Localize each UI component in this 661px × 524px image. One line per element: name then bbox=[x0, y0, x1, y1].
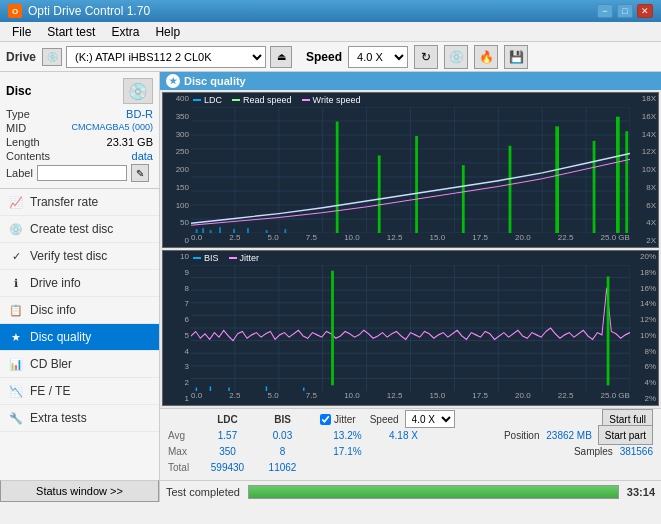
disc-write-button[interactable]: 💿 bbox=[444, 45, 468, 69]
refresh-button[interactable]: ↻ bbox=[414, 45, 438, 69]
nav-cd-bler-label: CD Bler bbox=[30, 357, 72, 371]
max-bis: 8 bbox=[255, 446, 310, 457]
avg-label: Avg bbox=[168, 430, 200, 441]
menu-file[interactable]: File bbox=[4, 23, 39, 41]
avg-speed: 4.18 X bbox=[389, 430, 418, 441]
nav-verify-test-disc-label: Verify test disc bbox=[30, 249, 107, 263]
disc-label-input[interactable] bbox=[37, 165, 127, 181]
disc-info-icon: 📋 bbox=[8, 302, 24, 318]
disc-type-label: Type bbox=[6, 108, 30, 120]
jitter-checkbox-container: Jitter bbox=[320, 414, 356, 425]
extra-tests-icon: 🔧 bbox=[8, 410, 24, 426]
disc-contents-value: data bbox=[132, 150, 153, 162]
progress-time: 33:14 bbox=[627, 486, 655, 498]
speed-select[interactable]: 4.0 X 2.0 X 8.0 X bbox=[348, 46, 408, 68]
total-ldc: 599430 bbox=[200, 462, 255, 473]
chart-title-bar: ★ Disc quality bbox=[160, 72, 661, 90]
upper-chart-svg bbox=[191, 107, 630, 233]
svg-rect-57 bbox=[331, 271, 334, 386]
svg-rect-28 bbox=[336, 122, 339, 233]
position-value: 23862 MB bbox=[546, 430, 592, 441]
lower-y-axis-right: 20% 18% 16% 14% 12% 10% 8% 6% 4% 2% bbox=[630, 251, 658, 405]
disc-label-edit-button[interactable]: ✎ bbox=[131, 164, 149, 182]
main-content: Disc 💿 Type BD-R MID CMCMAGBA5 (000) Len… bbox=[0, 72, 661, 502]
drive-toolbar: Drive 💿 (K:) ATAPI iHBS112 2 CL0K ⏏ Spee… bbox=[0, 42, 661, 72]
svg-rect-35 bbox=[616, 117, 620, 233]
total-bis: 11062 bbox=[255, 462, 310, 473]
lower-chart-svg bbox=[191, 265, 630, 391]
avg-bis: 0.03 bbox=[255, 430, 310, 441]
disc-length-value: 23.31 GB bbox=[107, 136, 153, 148]
nav-fe-te[interactable]: 📉 FE / TE bbox=[0, 378, 159, 405]
progress-bar-fill bbox=[249, 486, 618, 498]
upper-x-axis: 0.0 2.5 5.0 7.5 10.0 12.5 15.0 17.5 20.0… bbox=[191, 233, 630, 247]
burn-button[interactable]: 🔥 bbox=[474, 45, 498, 69]
menu-start-test[interactable]: Start test bbox=[39, 23, 103, 41]
nav-drive-info[interactable]: ℹ Drive info bbox=[0, 270, 159, 297]
ldc-header: LDC bbox=[200, 414, 255, 425]
drive-icon: 💿 bbox=[42, 48, 62, 66]
drive-select[interactable]: (K:) ATAPI iHBS112 2 CL0K bbox=[66, 46, 266, 68]
eject-button[interactable]: ⏏ bbox=[270, 46, 292, 68]
jitter-header: Jitter bbox=[334, 414, 356, 425]
nav-items: 📈 Transfer rate 💿 Create test disc ✓ Ver… bbox=[0, 189, 159, 480]
lower-chart: BIS Jitter 10 9 8 7 6 5 4 3 bbox=[162, 250, 659, 406]
stats-bar: LDC BIS Jitter Speed 4.0 X Start full bbox=[160, 408, 661, 480]
disc-length-label: Length bbox=[6, 136, 40, 148]
disc-icon-img: 💿 bbox=[123, 78, 153, 104]
svg-rect-30 bbox=[415, 136, 418, 233]
nav-create-test-disc[interactable]: 💿 Create test disc bbox=[0, 216, 159, 243]
write-speed-legend: Write speed bbox=[302, 95, 361, 105]
progress-area: Test completed 33:14 bbox=[160, 480, 661, 502]
nav-cd-bler[interactable]: 📊 CD Bler bbox=[0, 351, 159, 378]
nav-disc-info-label: Disc info bbox=[30, 303, 76, 317]
svg-rect-34 bbox=[593, 141, 596, 233]
svg-rect-58 bbox=[607, 276, 610, 385]
upper-chart-legend: LDC Read speed Write speed bbox=[193, 95, 360, 105]
maximize-button[interactable]: □ bbox=[617, 4, 633, 18]
total-label: Total bbox=[168, 462, 200, 473]
max-label: Max bbox=[168, 446, 200, 457]
start-part-button[interactable]: Start part bbox=[598, 425, 653, 445]
nav-disc-quality[interactable]: ★ Disc quality bbox=[0, 324, 159, 351]
nav-transfer-rate[interactable]: 📈 Transfer rate bbox=[0, 189, 159, 216]
nav-verify-test-disc[interactable]: ✓ Verify test disc bbox=[0, 243, 159, 270]
samples-label: Samples 381566 bbox=[574, 446, 653, 457]
disc-header: Disc 💿 bbox=[6, 78, 153, 104]
charts-wrapper: LDC Read speed Write speed 400 350 300 bbox=[160, 90, 661, 408]
avg-jitter: 13.2% bbox=[320, 430, 375, 441]
close-button[interactable]: ✕ bbox=[637, 4, 653, 18]
disc-label-row: Label ✎ bbox=[6, 164, 153, 182]
jitter-legend: Jitter bbox=[229, 253, 260, 263]
nav-disc-info[interactable]: 📋 Disc info bbox=[0, 297, 159, 324]
jitter-checkbox[interactable] bbox=[320, 414, 331, 425]
nav-extra-tests-label: Extra tests bbox=[30, 411, 87, 425]
disc-contents-row: Contents data bbox=[6, 150, 153, 162]
menu-help[interactable]: Help bbox=[147, 23, 188, 41]
svg-rect-32 bbox=[509, 146, 512, 233]
verify-test-disc-icon: ✓ bbox=[8, 248, 24, 264]
app-title: Opti Drive Control 1.70 bbox=[28, 4, 150, 18]
disc-label-label: Label bbox=[6, 167, 33, 179]
nav-create-test-disc-label: Create test disc bbox=[30, 222, 113, 236]
disc-mid-value: CMCMAGBA5 (000) bbox=[71, 122, 153, 134]
speed-stat-dropdown[interactable]: 4.0 X bbox=[405, 410, 455, 428]
nav-extra-tests[interactable]: 🔧 Extra tests bbox=[0, 405, 159, 432]
nav-drive-info-label: Drive info bbox=[30, 276, 81, 290]
drive-select-container: 💿 (K:) ATAPI iHBS112 2 CL0K ⏏ bbox=[42, 46, 292, 68]
save-button[interactable]: 💾 bbox=[504, 45, 528, 69]
title-bar-controls[interactable]: − □ ✕ bbox=[597, 4, 653, 18]
menu-extra[interactable]: Extra bbox=[103, 23, 147, 41]
right-panel: ★ Disc quality LDC Read speed bbox=[160, 72, 661, 502]
disc-length-row: Length 23.31 GB bbox=[6, 136, 153, 148]
disc-mid-row: MID CMCMAGBA5 (000) bbox=[6, 122, 153, 134]
fe-te-icon: 📉 bbox=[8, 383, 24, 399]
disc-title: Disc bbox=[6, 84, 31, 98]
app-icon: O bbox=[8, 4, 22, 18]
minimize-button[interactable]: − bbox=[597, 4, 613, 18]
status-window-button[interactable]: Status window >> bbox=[0, 480, 159, 502]
svg-rect-29 bbox=[378, 155, 381, 233]
title-bar: O Opti Drive Control 1.70 − □ ✕ bbox=[0, 0, 661, 22]
max-ldc: 350 bbox=[200, 446, 255, 457]
max-jitter: 17.1% bbox=[320, 446, 375, 457]
